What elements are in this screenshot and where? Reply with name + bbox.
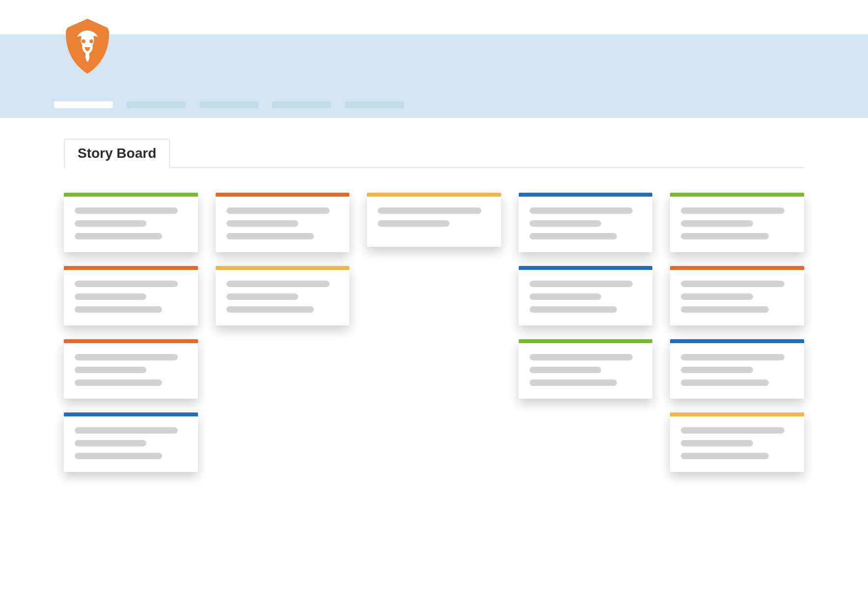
card-text-line — [75, 233, 162, 239]
card-text-line — [226, 233, 314, 239]
card-text-line — [75, 427, 178, 434]
card-text-line — [681, 354, 784, 360]
card-text-line — [75, 306, 162, 313]
lion-shield-icon — [63, 17, 112, 76]
card-text-line — [681, 220, 753, 227]
header-band — [0, 34, 868, 118]
card-text-line — [75, 453, 162, 459]
board-column — [367, 193, 501, 247]
card-text-line — [226, 220, 298, 227]
primary-nav — [54, 101, 404, 108]
tab-label: Story Board — [78, 146, 156, 161]
story-card[interactable] — [519, 193, 653, 252]
story-card[interactable] — [670, 193, 804, 252]
card-text-line — [75, 367, 146, 373]
card-text-line — [75, 354, 178, 360]
card-text-line — [530, 233, 617, 239]
card-text-line — [681, 207, 784, 214]
card-text-line — [530, 207, 633, 214]
card-text-line — [530, 367, 601, 373]
card-text-line — [681, 233, 768, 239]
story-card[interactable] — [216, 266, 350, 325]
card-text-line — [681, 427, 784, 434]
app-window: Story Board — [0, 0, 868, 511]
card-text-line — [681, 380, 768, 386]
card-text-line — [75, 207, 178, 214]
nav-tab-4[interactable] — [345, 101, 404, 108]
brand-logo[interactable] — [63, 17, 112, 76]
story-board-grid — [64, 193, 804, 472]
card-text-line — [75, 380, 162, 386]
story-card[interactable] — [670, 339, 804, 399]
card-text-line — [75, 440, 146, 446]
card-text-line — [530, 354, 633, 360]
story-card[interactable] — [64, 266, 198, 325]
card-text-line — [75, 281, 178, 287]
card-text-line — [681, 440, 753, 446]
card-text-line — [378, 207, 481, 214]
nav-tab-1[interactable] — [127, 101, 186, 108]
story-card[interactable] — [64, 339, 198, 399]
board-column — [519, 193, 653, 399]
story-card[interactable] — [519, 339, 653, 399]
story-card[interactable] — [367, 193, 501, 247]
card-text-line — [378, 220, 449, 227]
card-text-line — [681, 306, 768, 313]
story-card[interactable] — [64, 193, 198, 252]
nav-tab-3[interactable] — [272, 101, 331, 108]
story-card[interactable] — [519, 266, 653, 325]
story-card[interactable] — [670, 266, 804, 325]
card-text-line — [530, 220, 601, 227]
card-text-line — [226, 207, 330, 214]
card-text-line — [530, 306, 617, 313]
card-text-line — [681, 453, 768, 459]
content-area: Story Board — [0, 118, 868, 511]
card-text-line — [681, 367, 753, 373]
nav-tab-2[interactable] — [199, 101, 258, 108]
story-card[interactable] — [216, 193, 350, 252]
story-card[interactable] — [670, 412, 804, 472]
card-text-line — [226, 293, 298, 300]
view-tabs: Story Board — [64, 138, 804, 168]
top-strip — [0, 0, 868, 34]
tab-story-board[interactable]: Story Board — [64, 139, 170, 168]
board-column — [670, 193, 804, 472]
card-text-line — [75, 220, 146, 227]
board-column — [64, 193, 198, 472]
card-text-line — [226, 281, 330, 287]
nav-tab-0[interactable] — [54, 101, 113, 108]
card-text-line — [226, 306, 314, 313]
card-text-line — [75, 293, 146, 300]
board-column — [216, 193, 350, 325]
card-text-line — [681, 293, 753, 300]
card-text-line — [530, 281, 633, 287]
card-text-line — [681, 281, 784, 287]
card-text-line — [530, 380, 617, 386]
card-text-line — [530, 293, 601, 300]
story-card[interactable] — [64, 412, 198, 472]
